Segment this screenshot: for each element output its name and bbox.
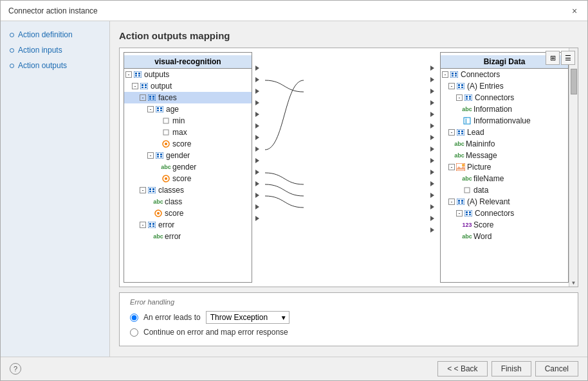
scroll-thumb[interactable]	[571, 69, 577, 94]
tree-row[interactable]: abc error	[124, 231, 252, 242]
tree-row[interactable]: - output	[124, 80, 252, 92]
expand-icon[interactable]: -	[442, 71, 448, 78]
svg-rect-19	[160, 110, 162, 111]
tree-label: Score	[473, 220, 493, 229]
sidebar-item-action-outputs[interactable]: Action outputs	[7, 60, 103, 71]
expand-icon[interactable]: -	[456, 94, 463, 101]
box-icon	[463, 186, 472, 194]
sidebar-item-action-inputs[interactable]: Action inputs	[7, 44, 103, 56]
radio-continue-on-error[interactable]	[130, 328, 138, 337]
svg-rect-26	[160, 154, 162, 155]
toolbar-btn-list[interactable]: ☰	[561, 51, 575, 65]
expand-icon[interactable]: -	[448, 199, 455, 205]
tree-row[interactable]: abc Message	[441, 150, 568, 161]
svg-rect-73	[461, 202, 463, 204]
tree-label: max	[172, 128, 187, 137]
tree-row[interactable]: - classes	[124, 184, 252, 196]
score-icon	[154, 209, 163, 217]
expand-icon[interactable]: -	[140, 187, 146, 193]
expand-icon[interactable]: -	[147, 106, 154, 112]
svg-rect-38	[148, 222, 156, 228]
svg-rect-46	[452, 75, 454, 76]
expand-icon[interactable]: -	[147, 152, 154, 159]
arrow-cell	[427, 85, 437, 97]
title-bar: Connector action instance ×	[1, 1, 587, 21]
tree-row[interactable]: abc Information	[441, 103, 568, 115]
tree-row[interactable]: - Connectors	[441, 69, 568, 80]
expand-icon[interactable]: -	[448, 129, 455, 136]
tree-label: Connectors	[475, 209, 514, 218]
tree-row[interactable]: - gender	[124, 150, 252, 161]
sidebar-dot	[10, 64, 14, 68]
info-icon: i	[463, 117, 472, 125]
tree-label: (A) Relevant	[467, 197, 510, 206]
error-handling-title: Error handling	[130, 298, 567, 306]
svg-rect-12	[152, 96, 154, 98]
expand-icon[interactable]: -	[132, 83, 138, 89]
svg-rect-77	[466, 214, 468, 215]
arrow-cell	[427, 224, 437, 236]
cancel-button[interactable]: Cancel	[535, 361, 578, 377]
vertical-scrollbar[interactable]: ▲ ▼	[569, 48, 578, 287]
svg-rect-7	[145, 84, 147, 86]
expand-icon[interactable]: -	[448, 164, 455, 170]
tree-row[interactable]: data	[441, 184, 568, 196]
tree-row[interactable]: score	[124, 208, 252, 219]
tree-label: Picture	[467, 163, 491, 172]
tree-row[interactable]: min	[124, 115, 252, 127]
radio-label-continue: Continue on error and map error response	[143, 328, 288, 337]
sidebar-item-label: Action inputs	[18, 46, 62, 55]
svg-rect-16	[157, 107, 159, 109]
expand-icon[interactable]: -	[125, 71, 132, 78]
tree-label: gender	[166, 151, 190, 160]
arrow-cell	[427, 201, 437, 213]
tree-row[interactable]: abc gender	[124, 161, 252, 173]
svg-rect-48	[457, 83, 464, 89]
entity-icon	[450, 71, 459, 78]
tree-row[interactable]: score	[124, 173, 252, 184]
arrow-cell	[252, 143, 262, 155]
tree-label: data	[473, 186, 488, 195]
tree-row[interactable]: - error	[124, 219, 252, 231]
sidebar: Action definition Action inputs Action o…	[1, 21, 110, 357]
close-button[interactable]: ×	[569, 6, 580, 16]
svg-rect-20	[163, 118, 169, 123]
expand-icon[interactable]: -	[140, 94, 146, 101]
arrow-cell	[252, 109, 262, 120]
expand-icon[interactable]: -	[456, 210, 463, 217]
expand-icon[interactable]: -	[140, 222, 146, 228]
tree-row[interactable]: abc Maininfo	[441, 138, 568, 150]
finish-button[interactable]: Finish	[492, 361, 531, 377]
tree-row[interactable]: - Lead	[441, 127, 568, 138]
scroll-down[interactable]: ▼	[570, 279, 578, 287]
sidebar-item-action-definition[interactable]: Action definition	[7, 29, 103, 40]
arrow-cell	[427, 143, 437, 155]
tree-row[interactable]: 123 Score	[441, 219, 568, 231]
radio-throw-exception[interactable]	[130, 314, 138, 322]
svg-rect-10	[148, 94, 156, 101]
tree-row[interactable]: - outputs	[124, 69, 252, 80]
tree-row[interactable]: abc Word	[441, 231, 568, 242]
tree-label: Message	[466, 151, 497, 160]
tree-row[interactable]: - faces	[124, 92, 252, 103]
tree-row[interactable]: - age	[124, 103, 252, 115]
sidebar-dot	[10, 48, 14, 53]
back-button[interactable]: < < Back	[437, 361, 487, 377]
tree-row[interactable]: i Informationvalue	[441, 115, 568, 127]
tree-row[interactable]: - (A) Entries	[441, 80, 568, 92]
tree-row[interactable]: max	[124, 127, 252, 138]
svg-rect-57	[469, 98, 471, 100]
tree-row[interactable]: - Connectors	[441, 208, 568, 219]
tree-row[interactable]: - (A) Relevant	[441, 196, 568, 208]
tree-row[interactable]: - Connectors	[441, 92, 568, 103]
help-button[interactable]: ?	[10, 363, 21, 375]
abc-icon: abc	[455, 152, 464, 159]
toolbar-btn-grid[interactable]: ⊞	[546, 51, 560, 65]
tree-row[interactable]: score	[124, 138, 252, 150]
expand-icon[interactable]: -	[448, 83, 455, 89]
tree-row[interactable]: abc class	[124, 196, 252, 208]
tree-row[interactable]: abc fileName	[441, 173, 568, 184]
arrow-cell	[427, 190, 437, 201]
throw-exception-select[interactable]: Throw Exception Continue Ignore	[206, 311, 289, 324]
tree-row[interactable]: - Picture	[441, 161, 568, 173]
